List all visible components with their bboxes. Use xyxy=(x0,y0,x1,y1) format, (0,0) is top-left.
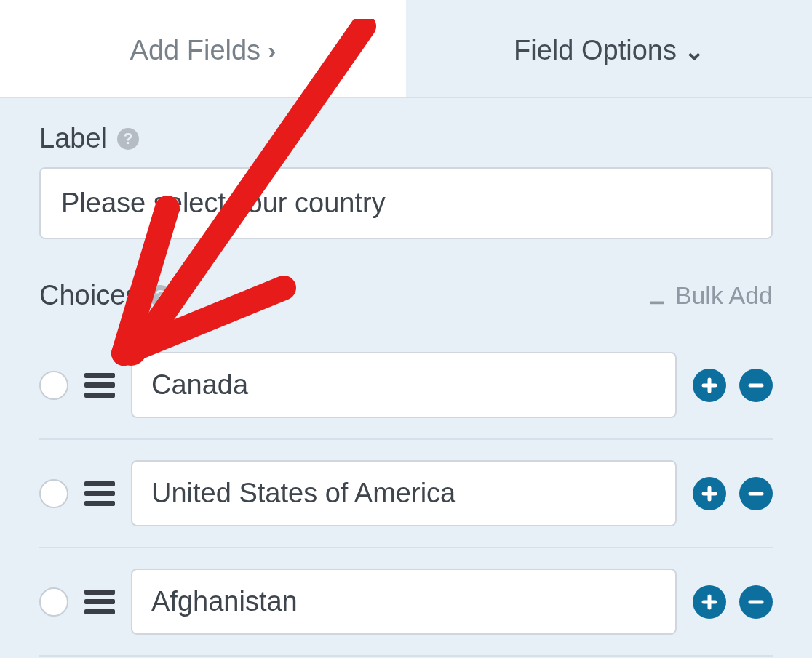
download-icon xyxy=(646,285,668,307)
default-radio[interactable] xyxy=(39,479,68,508)
tab-add-fields-label: Add Fields xyxy=(130,35,261,66)
minus-icon xyxy=(747,377,765,394)
default-radio[interactable] xyxy=(39,587,68,617)
label-title: Label xyxy=(39,123,107,154)
add-choice-button[interactable] xyxy=(693,477,726,510)
remove-choice-button[interactable] xyxy=(739,369,773,402)
bulk-add-button[interactable]: Bulk Add xyxy=(646,281,773,310)
help-icon[interactable]: ? xyxy=(149,285,171,307)
choice-input[interactable] xyxy=(131,569,677,635)
plus-icon xyxy=(701,593,718,611)
choices-title: Choices xyxy=(39,280,139,311)
minus-icon xyxy=(747,593,765,611)
label-input[interactable] xyxy=(39,167,773,239)
drag-handle-icon[interactable] xyxy=(84,590,115,614)
bulk-add-label: Bulk Add xyxy=(675,281,773,310)
tab-field-options[interactable]: Field Options ⌄ xyxy=(406,0,812,97)
choice-row xyxy=(39,548,773,657)
tab-add-fields[interactable]: Add Fields › xyxy=(0,0,406,97)
choices-header: Choices ? Bulk Add xyxy=(39,280,773,311)
label-header: Label ? xyxy=(39,123,773,154)
drag-handle-icon[interactable] xyxy=(84,481,115,506)
field-options-panel: Label ? Choices ? Bulk Add xyxy=(0,98,812,657)
choice-row xyxy=(39,440,773,548)
help-icon[interactable]: ? xyxy=(117,128,139,150)
drag-handle-icon[interactable] xyxy=(84,373,115,398)
choice-row xyxy=(39,332,773,440)
choice-input[interactable] xyxy=(131,352,677,418)
tab-field-options-label: Field Options xyxy=(514,35,677,66)
default-radio[interactable] xyxy=(39,371,68,400)
chevron-right-icon: › xyxy=(268,36,276,65)
add-choice-button[interactable] xyxy=(693,369,726,402)
remove-choice-button[interactable] xyxy=(739,585,773,619)
minus-icon xyxy=(747,485,765,502)
tabs-bar: Add Fields › Field Options ⌄ xyxy=(0,0,812,98)
plus-icon xyxy=(701,485,718,502)
chevron-down-icon: ⌄ xyxy=(684,36,704,65)
remove-choice-button[interactable] xyxy=(739,477,773,510)
add-choice-button[interactable] xyxy=(693,585,726,619)
plus-icon xyxy=(701,377,718,394)
choice-input[interactable] xyxy=(131,460,677,526)
